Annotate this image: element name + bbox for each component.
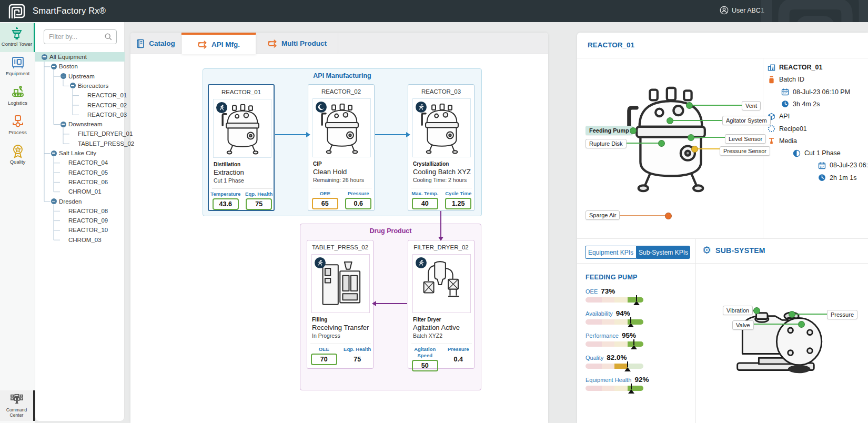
filter-input[interactable] [44, 33, 104, 41]
tree-node-reactor-05[interactable]: REACTOR_05 [35, 168, 125, 177]
callout-level-sensor[interactable]: Level Sensor [725, 134, 766, 144]
collapse-icon[interactable] [51, 64, 57, 69]
callout-sparge-air[interactable]: Sparge Air [586, 210, 620, 220]
status-badge [216, 102, 227, 113]
sidebar-item-process[interactable]: Process [0, 112, 35, 140]
equipment-card-reactor_01[interactable]: REACTOR_01 Distillation Extraction Cut 1… [208, 84, 275, 211]
tab-multi-product[interactable]: Multi Product [256, 33, 338, 54]
tree-node-bioreactors[interactable]: Bioreactors [35, 81, 125, 90]
sensor-dot-sparge-air[interactable] [665, 213, 672, 219]
detail-item: 2h 1m 1s [817, 174, 856, 182]
tree-node-reactor-09[interactable]: REACTOR_09 [35, 216, 125, 225]
tree-node-reactor-02[interactable]: REACTOR_02 [35, 100, 125, 110]
batch-detail-list: REACTOR_01 Batch ID 08-Jul-23 06:10 PM 3… [767, 58, 867, 238]
toggle-equipment-kpis[interactable]: Equipment KPIs [585, 246, 637, 259]
sensor-dot-feeding-pump[interactable] [630, 127, 637, 134]
card-image [213, 99, 271, 158]
tree-node-reactor-08[interactable]: REACTOR_08 [35, 206, 125, 216]
logo-watermark-icon [752, 0, 868, 22]
callout-line [754, 324, 801, 325]
tree-node-label: REACTOR_03 [87, 112, 127, 118]
callout-pressure-sensor[interactable]: Pressure Sensor [720, 146, 770, 156]
card-image [412, 98, 471, 157]
flow-group-title: Drug Product [300, 227, 481, 235]
sensor-dot-agitator-system[interactable] [667, 117, 673, 124]
collapse-icon[interactable] [70, 83, 76, 88]
kpi-label: Quality [586, 355, 603, 361]
tree-node-filter-dryer-01[interactable]: FILTER_DRYER_01 [35, 129, 125, 138]
tree-node-boston[interactable]: Boston [35, 62, 125, 71]
sidebar-item-command-center[interactable]: Command Center [0, 390, 35, 421]
collapse-icon[interactable] [60, 122, 66, 127]
sidebar-item-equipment[interactable]: Equipment [0, 53, 35, 82]
callout-valve[interactable]: Valve [732, 320, 754, 330]
collapse-icon[interactable] [51, 198, 57, 204]
card-kpi-label: Cycle Time [442, 190, 476, 197]
equipment-card-reactor_03[interactable]: REACTOR_03 Crystallization Cooling Batch… [408, 84, 475, 211]
search-icon [104, 33, 113, 41]
detail-item: Cut 1 Phase [792, 149, 841, 157]
collapse-icon[interactable] [51, 150, 57, 156]
sensor-dot-valve[interactable] [798, 321, 805, 328]
sensor-dot-pressure[interactable] [789, 311, 795, 318]
card-kpi-label: Agitation Speed [408, 346, 442, 359]
tab-api-mfg-[interactable]: API Mfg. [181, 33, 256, 54]
tree-node-reactor-06[interactable]: REACTOR_06 [35, 177, 125, 187]
detail-text: Batch ID [779, 76, 804, 83]
sensor-dot-rupture-disk[interactable] [658, 140, 665, 147]
tree-node-label: Downstream [68, 121, 103, 127]
callout-line [670, 120, 722, 121]
tab-catalog[interactable]: Catalog [130, 33, 181, 54]
tree-node-salt-lake-city[interactable]: Salt Lake City [35, 148, 125, 158]
tree-node-reactor-10[interactable]: REACTOR_10 [35, 225, 125, 235]
callout-rupture-disk[interactable]: Rupture Disk [586, 139, 627, 148]
sidebar-item-label: Command Center [0, 407, 33, 418]
tree-node-reactor-01[interactable]: REACTOR_01 [35, 90, 125, 100]
equipment-card-reactor_02[interactable]: REACTOR_02 CIP Clean Hold Remaining: 26 … [308, 84, 375, 211]
detail-text: Recipe01 [779, 125, 807, 133]
callout-vent[interactable]: Vent [742, 101, 761, 110]
sidebar-item-control-tower[interactable]: Control Tower [0, 23, 35, 52]
tree-node-all-equipment[interactable]: All Equipment [35, 52, 125, 62]
card-kpi-value: 75 [344, 354, 370, 365]
callout-vibration[interactable]: Vibration [723, 306, 753, 315]
detail-item: REACTOR_01 [767, 63, 822, 72]
sensor-dot-vent[interactable] [686, 102, 693, 109]
toggle-sub-system-kpis[interactable]: Sub-System KPIs [637, 246, 690, 259]
equipment-card-filter_dryer_02[interactable]: FILTER_DRYER_02 Filter Dryer Agitation A… [408, 240, 475, 369]
subsystem-header: ⚙ SUB-SYSTEM [702, 245, 765, 255]
sidebar-item-logistics[interactable]: Logistics [0, 82, 35, 111]
callout-line [792, 314, 827, 315]
filter-field[interactable] [44, 29, 117, 44]
collapse-icon[interactable] [60, 73, 66, 79]
running-icon [218, 104, 225, 111]
callout-pressure[interactable]: Pressure [827, 310, 857, 319]
card-status-detail: Cut 1 Phase [214, 177, 272, 184]
kpi-bullet-bar [586, 364, 643, 369]
sensor-dot-vibration[interactable] [753, 307, 760, 314]
tree-node-label: REACTOR_02 [87, 102, 127, 108]
quality-icon [11, 144, 25, 158]
tree-node-reactor-03[interactable]: REACTOR_03 [35, 110, 125, 119]
tree-node-dresden[interactable]: Dresden [35, 197, 125, 206]
equipment-card-tablet_press_02[interactable]: TABLET_PRESS_02 Filling Receiving Transf… [307, 240, 374, 369]
tree-node-upstream[interactable]: Upstream [35, 72, 125, 81]
sidebar-item-label: Equipment [0, 70, 35, 76]
tree-node-chrom-01[interactable]: CHROM_01 [35, 187, 125, 196]
tree-node-reactor-04[interactable]: REACTOR_04 [35, 158, 125, 167]
tree-node-chrom-03[interactable]: CHROM_03 [35, 235, 125, 245]
flow-arrow-fd-tp [376, 303, 407, 304]
sensor-dot-pressure-sensor[interactable] [691, 146, 698, 153]
collapse-icon[interactable] [42, 54, 47, 60]
sensor-dot-level-sensor[interactable] [688, 134, 694, 141]
flow-arrow-r2-r3 [375, 134, 407, 135]
tree-node-downstream[interactable]: Downstream [35, 119, 125, 129]
sidebar-item-quality[interactable]: Quality [0, 141, 35, 170]
card-kpi-label: OEE [307, 346, 341, 352]
card-status-operation: Distillation [214, 161, 272, 168]
card-status-operation: Filling [312, 316, 371, 323]
tree-node-tablet-press-02[interactable]: TABLET_PRESS_02 [35, 139, 125, 148]
callout-feeding-pump[interactable]: Feeding Pump [586, 126, 633, 135]
card-kpi-label: Eqp. Health [341, 346, 375, 352]
callout-agitator-system[interactable]: Agitator System [722, 116, 771, 125]
